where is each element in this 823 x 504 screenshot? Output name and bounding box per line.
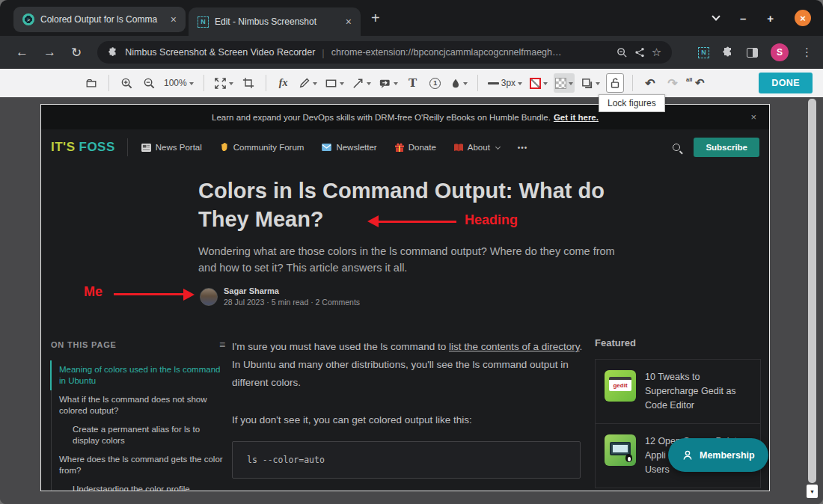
article-meta: 28 Jul 2023 · 5 min read · 2 Comments: [224, 298, 360, 307]
toc-item[interactable]: Understanding the color profile: [52, 480, 226, 491]
me-annotation[interactable]: Me: [84, 284, 233, 302]
counter-tool-button[interactable]: 1: [426, 73, 444, 93]
resize-button[interactable]: [212, 73, 235, 93]
nav-donate[interactable]: Donate: [395, 143, 436, 152]
caret-down-icon: [229, 82, 233, 87]
hamburger-icon[interactable]: ≡: [219, 339, 226, 351]
scrollbar[interactable]: ▼: [808, 99, 816, 498]
promo-link[interactable]: Get it here.: [554, 113, 599, 122]
lock-figures-button[interactable]: [606, 73, 624, 93]
annotation-label: Heading: [465, 212, 518, 228]
nav-community-forum[interactable]: Community Forum: [220, 143, 305, 152]
undo-all-label: all: [686, 76, 692, 83]
screenshot-canvas[interactable]: Learn and expand your DevOps skills with…: [41, 105, 769, 491]
redo-button[interactable]: ↷: [664, 73, 682, 93]
nimbus-extension-icon[interactable]: N: [698, 47, 709, 58]
profile-avatar[interactable]: S: [771, 43, 789, 61]
nav-about[interactable]: About: [454, 143, 500, 152]
scrollbar-down-button[interactable]: ▼: [807, 485, 818, 498]
stroke-color-swatch-icon: [530, 78, 541, 89]
chevron-down-icon[interactable]: [712, 12, 720, 20]
address-bar: ← → ↻ Nimbus Screenshot & Screen Video R…: [0, 36, 823, 69]
author-name[interactable]: Sagar Sharma: [224, 286, 360, 295]
caret-down-icon: [367, 82, 371, 87]
zoom-page-icon[interactable]: [617, 47, 628, 58]
callout-tool-button[interactable]: [377, 73, 400, 93]
nav-more-button[interactable]: •••: [518, 144, 528, 152]
tab-close-icon[interactable]: ×: [344, 16, 353, 28]
extension-name: Nimbus Screenshot & Screen Video Recorde…: [125, 47, 315, 58]
meta-separator: ·: [310, 298, 313, 307]
arrow-line: [114, 293, 184, 295]
browser-window: > Colored Output for ls Comma × N Edit -…: [0, 0, 823, 504]
minimize-button[interactable]: –: [740, 12, 746, 25]
tab-nimbus-edit[interactable]: N Edit - Nimbus Screenshot ×: [189, 7, 361, 36]
nav-news-portal[interactable]: News Portal: [141, 143, 202, 152]
toc-title: ON THIS PAGE: [51, 340, 117, 349]
chevron-down-icon: [495, 144, 501, 149]
effects-button[interactable]: fx: [275, 73, 293, 93]
forward-button[interactable]: →: [38, 45, 61, 60]
toolbar-divider: [204, 75, 204, 91]
featured-title: Featured: [595, 337, 761, 348]
tab-title: Colored Output for ls Comma: [40, 14, 163, 25]
gift-icon: [395, 143, 404, 152]
toc-item[interactable]: Where does the ls command gets the color…: [52, 450, 226, 480]
side-panel-icon[interactable]: [747, 48, 758, 58]
scrollbar-thumb[interactable]: [808, 99, 816, 483]
stroke-color-button[interactable]: [528, 73, 549, 93]
stroke-width-dropdown[interactable]: 3px: [486, 73, 524, 93]
code-block[interactable]: ls --color=auto: [232, 441, 581, 479]
caret-down-icon: [518, 82, 522, 87]
comments-count[interactable]: 2 Comments: [316, 298, 361, 307]
inline-link[interactable]: list the contents of a directory: [449, 341, 580, 352]
search-icon[interactable]: [673, 144, 680, 151]
rectangle-tool-button[interactable]: [323, 73, 346, 93]
maximize-button[interactable]: +: [767, 12, 774, 25]
text-tool-button[interactable]: T: [404, 73, 422, 93]
browser-menu-icon[interactable]: ⋮: [801, 46, 813, 59]
pen-tool-button[interactable]: [297, 73, 319, 93]
arrow-right-icon: [183, 289, 195, 301]
new-file-button[interactable]: [82, 73, 100, 93]
zoom-in-button[interactable]: [117, 73, 135, 93]
membership-button[interactable]: Membership: [668, 438, 768, 472]
stroke-width-value: 3px: [501, 78, 515, 88]
undo-all-button[interactable]: all↶: [686, 73, 706, 93]
done-button[interactable]: DONE: [759, 73, 813, 93]
extensions-puzzle-icon[interactable]: [722, 46, 734, 58]
subscribe-button[interactable]: Subscribe: [694, 138, 759, 157]
url-bar[interactable]: Nimbus Screenshot & Screen Video Recorde…: [97, 41, 672, 64]
toc-header: ON THIS PAGE ≡: [51, 339, 226, 351]
heading-annotation[interactable]: Heading: [367, 215, 569, 233]
arrow-tool-button[interactable]: [350, 73, 373, 93]
share-icon[interactable]: [634, 47, 645, 58]
banner-close-icon[interactable]: ×: [750, 111, 756, 123]
tab-close-icon[interactable]: ×: [169, 13, 178, 25]
nav-newsletter[interactable]: Newsletter: [322, 143, 376, 152]
zoom-level-dropdown[interactable]: 100%: [162, 73, 195, 93]
zoom-out-button[interactable]: [140, 73, 158, 93]
caret-down-icon: [596, 82, 600, 87]
new-tab-button[interactable]: +: [371, 10, 380, 27]
back-button[interactable]: ←: [10, 45, 34, 60]
paint-apps-thumbnail: [605, 434, 636, 466]
featured-card[interactable]: gedit 10 Tweaks to Supercharge Gedit as …: [596, 360, 760, 424]
close-window-button[interactable]: ×: [795, 10, 811, 26]
itsfoss-logo[interactable]: IT'SFOSS: [51, 140, 115, 155]
bookmark-star-icon[interactable]: ☆: [652, 46, 661, 59]
fill-color-button[interactable]: [554, 73, 575, 93]
blur-tool-button[interactable]: [449, 73, 469, 93]
reload-button[interactable]: ↻: [66, 45, 87, 61]
crop-button[interactable]: [239, 73, 257, 93]
shadow-button[interactable]: [579, 73, 602, 93]
toc-item[interactable]: What if the ls command does not show col…: [52, 390, 226, 420]
toc-item[interactable]: Create a permanent alias for ls to displ…: [52, 420, 226, 450]
lock-figures-tooltip: Lock figures: [599, 94, 665, 112]
toc-item[interactable]: Meaning of colors used in the ls command…: [50, 360, 226, 390]
toolbar-divider: [108, 75, 109, 91]
browser-extension-icons: N S ⋮: [698, 43, 813, 61]
undo-button[interactable]: ↶: [641, 73, 659, 93]
arrow-line: [377, 221, 456, 223]
tab-colored-output[interactable]: > Colored Output for ls Comma ×: [13, 7, 186, 32]
